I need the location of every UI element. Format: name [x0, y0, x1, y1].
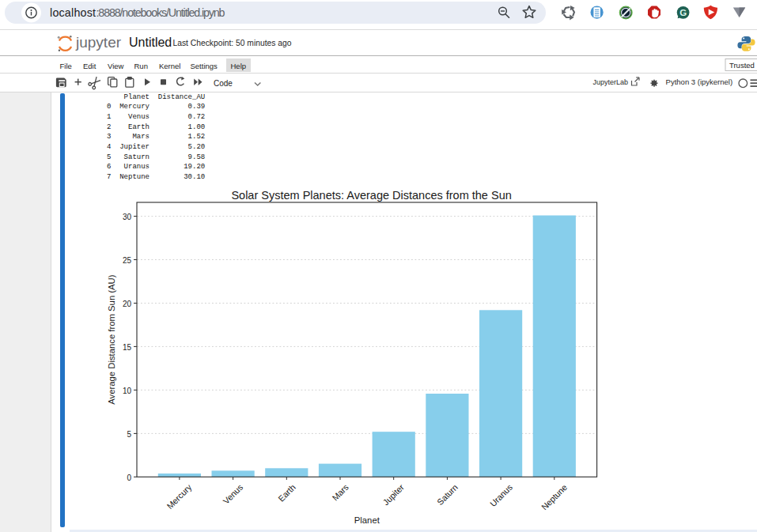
svg-text:15: 15: [123, 343, 132, 352]
svg-text:0: 0: [127, 474, 131, 482]
svg-text:Mercury: Mercury: [165, 482, 193, 511]
svg-text:Average Distance from Sun (AU): Average Distance from Sun (AU): [107, 274, 116, 405]
svg-text:5: 5: [127, 430, 131, 439]
svg-text:30: 30: [123, 213, 132, 221]
svg-text:Mars: Mars: [330, 482, 350, 503]
svg-text:Planet: Planet: [354, 515, 380, 525]
svg-text:Venus: Venus: [221, 482, 244, 506]
svg-text:Uranus: Uranus: [488, 482, 515, 509]
svg-text:Jupiter: Jupiter: [381, 482, 407, 507]
svg-text:25: 25: [123, 256, 132, 265]
svg-text:20: 20: [123, 300, 132, 308]
svg-text:Solar System Planets: Average: Solar System Planets: Average Distances …: [231, 189, 511, 202]
svg-text:10: 10: [123, 387, 132, 395]
svg-text:Neptune: Neptune: [539, 482, 569, 511]
svg-text:Earth: Earth: [276, 482, 297, 504]
svg-text:Saturn: Saturn: [435, 482, 460, 507]
